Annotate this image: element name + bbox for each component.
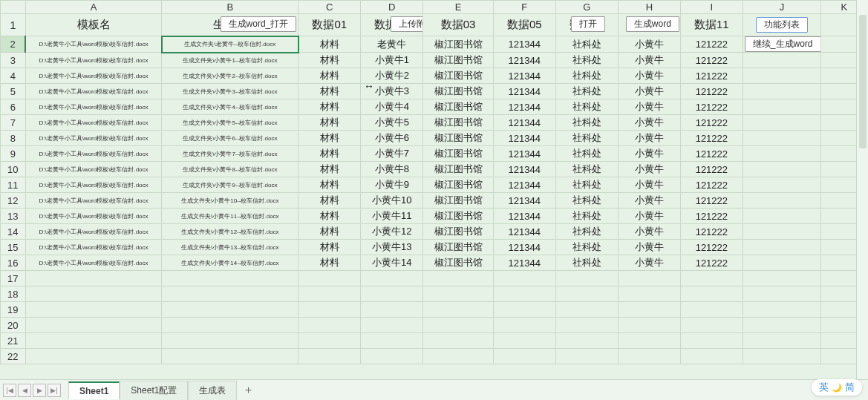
cell-18-C[interactable] (298, 286, 361, 302)
cell-20-B[interactable] (162, 318, 298, 333)
cell-2-F[interactable]: 121344 (493, 36, 555, 53)
cell-21-D[interactable] (361, 333, 423, 349)
cell-11-F[interactable]: 121344 (493, 177, 555, 193)
cell-10-F[interactable]: 121344 (493, 162, 555, 177)
ime-badge[interactable]: 英 🌙 简 (812, 379, 862, 396)
cell-18-H[interactable] (618, 286, 680, 302)
cell-14-D[interactable]: 小黄牛12 (361, 224, 423, 240)
cell-1-A[interactable]: 模板名 (25, 14, 162, 36)
cell-17-D[interactable] (361, 271, 423, 286)
cell-2-H[interactable]: 小黄牛 (618, 36, 680, 53)
row-header-6[interactable]: 6 (1, 99, 26, 115)
cell-10-A[interactable]: D:\老黄牛小工具\word模板\校车信封.docx (25, 162, 162, 177)
cell-4-E[interactable]: 椒江图书馆 (423, 68, 494, 84)
cell-15-D[interactable]: 小黄牛13 (361, 240, 423, 255)
cell-22-D[interactable] (361, 349, 423, 364)
cell-16-B[interactable]: 生成文件夹\小黄牛14--校车信封.docx (162, 255, 298, 271)
column-header-H[interactable]: H (618, 1, 680, 14)
cell-4-B[interactable]: 生成文件夹\小黄牛2--校车信封.docx (162, 68, 298, 84)
cell-11-A[interactable]: D:\老黄牛小工具\word模板\校车信封.docx (25, 177, 162, 193)
cell-10-B[interactable]: 生成文件夹\小黄牛8--校车信封.docx (162, 162, 298, 177)
cell-21-F[interactable] (493, 333, 555, 349)
column-header-E[interactable]: E (423, 1, 494, 14)
cell-19-B[interactable] (162, 302, 298, 318)
cell-5-F[interactable]: 121344 (493, 84, 555, 99)
cell-7-I[interactable]: 121222 (680, 115, 743, 131)
cell-16-H[interactable]: 小黄牛 (618, 255, 680, 271)
cell-16-I[interactable]: 121222 (680, 255, 743, 271)
cell-9-E[interactable]: 椒江图书馆 (423, 146, 494, 162)
cell-18-J[interactable] (743, 286, 820, 302)
row-header-9[interactable]: 9 (1, 146, 26, 162)
cell-15-H[interactable]: 小黄牛 (618, 240, 680, 255)
cell-12-H[interactable]: 小黄牛 (618, 193, 680, 209)
cell-7-E[interactable]: 椒江图书馆 (423, 115, 494, 131)
cell-13-E[interactable]: 椒江图书馆 (423, 209, 494, 224)
cell-7-G[interactable]: 社科处 (555, 115, 618, 131)
cell-21-G[interactable] (555, 333, 618, 349)
cell-16-E[interactable]: 椒江图书馆 (423, 255, 494, 271)
cell-1-E[interactable]: 数据03 (423, 14, 494, 36)
row-header-18[interactable]: 18 (1, 286, 26, 302)
row-header-15[interactable]: 15 (1, 240, 26, 255)
cell-22-I[interactable] (680, 349, 743, 364)
j1-button[interactable]: 功能列表 (756, 17, 808, 33)
cell-6-G[interactable]: 社科处 (555, 99, 618, 115)
cell-7-B[interactable]: 生成文件夹\小黄牛5--校车信封.docx (162, 115, 298, 131)
cell-13-C[interactable]: 材料 (298, 209, 361, 224)
vertical-scrollbar[interactable] (856, 0, 868, 379)
cell-16-A[interactable]: D:\老黄牛小工具\word模板\校车信封.docx (25, 255, 162, 271)
cell-2-E[interactable]: 椒江图书馆 (423, 36, 494, 53)
cell-10-C[interactable]: 材料 (298, 162, 361, 177)
cell-7-J[interactable] (743, 115, 820, 131)
cell-20-J[interactable] (743, 318, 820, 333)
cell-17-C[interactable] (298, 271, 361, 286)
cell-19-H[interactable] (618, 302, 680, 318)
cell-1-F[interactable]: 数据05 (493, 14, 555, 36)
cell-9-D[interactable]: 小黄牛7 (361, 146, 423, 162)
cell-17-F[interactable] (493, 271, 555, 286)
cell-22-H[interactable] (618, 349, 680, 364)
cell-13-A[interactable]: D:\老黄牛小工具\word模板\校车信封.docx (25, 209, 162, 224)
spreadsheet-grid[interactable]: ABCDEFGHIJK1模板名生成word_打开生成名数据01数据02上传附件数… (0, 0, 868, 364)
cell-19-D[interactable] (361, 302, 423, 318)
cell-15-G[interactable]: 社科处 (555, 240, 618, 255)
cell-22-C[interactable] (298, 349, 361, 364)
cell-21-H[interactable] (618, 333, 680, 349)
cell-14-J[interactable] (743, 224, 820, 240)
cell-12-F[interactable]: 121344 (493, 193, 555, 209)
cell-5-G[interactable]: 社科处 (555, 84, 618, 99)
cell-19-J[interactable] (743, 302, 820, 318)
cell-15-I[interactable]: 121222 (680, 240, 743, 255)
row-header-4[interactable]: 4 (1, 68, 26, 84)
cell-8-E[interactable]: 椒江图书馆 (423, 131, 494, 146)
row-header-19[interactable]: 19 (1, 302, 26, 318)
column-header-C[interactable]: C (298, 1, 361, 14)
cell-20-C[interactable] (298, 318, 361, 333)
cell-12-C[interactable]: 材料 (298, 193, 361, 209)
cell-9-I[interactable]: 121222 (680, 146, 743, 162)
j2-button[interactable]: 继续_生成word (745, 36, 821, 52)
cell-1-J[interactable]: 功能列表 (743, 14, 820, 36)
cell-20-D[interactable] (361, 318, 423, 333)
cell-19-E[interactable] (423, 302, 494, 318)
cell-17-E[interactable] (423, 271, 494, 286)
column-header-B[interactable]: B (162, 1, 298, 14)
cell-8-B[interactable]: 生成文件夹\小黄牛6--校车信封.docx (162, 131, 298, 146)
cell-8-G[interactable]: 社科处 (555, 131, 618, 146)
cell-17-J[interactable] (743, 271, 820, 286)
cell-13-B[interactable]: 生成文件夹\小黄牛11--校车信封.docx (162, 209, 298, 224)
cell-10-I[interactable]: 121222 (680, 162, 743, 177)
cell-3-F[interactable]: 121344 (493, 53, 555, 68)
tab-first-icon[interactable]: |◀ (3, 384, 16, 397)
cell-11-D[interactable]: 小黄牛9 (361, 177, 423, 193)
column-header-F[interactable]: F (493, 1, 555, 14)
cell-2-G[interactable]: 社科处 (555, 36, 618, 53)
cell-20-H[interactable] (618, 318, 680, 333)
cell-2-J[interactable]: 继续_生成word (743, 36, 820, 53)
cell-10-D[interactable]: 小黄牛8 (361, 162, 423, 177)
cell-1-H[interactable]: 数据10生成word (618, 14, 680, 36)
cell-2-C[interactable]: 材料 (298, 36, 361, 53)
cell-12-D[interactable]: 小黄牛10 (361, 193, 423, 209)
cell-15-A[interactable]: D:\老黄牛小工具\word模板\校车信封.docx (25, 240, 162, 255)
